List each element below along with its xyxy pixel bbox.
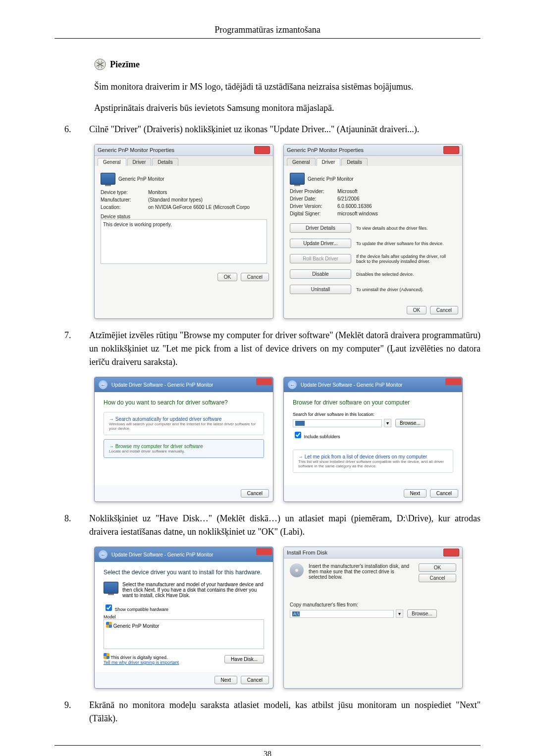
tab-general[interactable]: General [287,158,316,166]
cancel-button[interactable]: Cancel [241,489,269,498]
option-sub: Locate and install driver software manua… [109,449,259,454]
driver-details-desc: To view details about the driver files. [356,226,456,231]
next-button[interactable]: Next [404,489,427,498]
driver-date-label: Driver Date: [290,196,334,202]
wizard-title: Update Driver Software - Generic PnP Mon… [111,382,213,388]
copy-path-input[interactable]: A:\ [290,610,394,618]
option-pick-from-list[interactable]: → Let me pick from a list of device driv… [293,450,453,473]
tab-driver[interactable]: Driver [317,158,341,166]
driver-details-button[interactable]: Driver Details [290,223,351,233]
close-icon[interactable] [443,146,459,154]
close-icon[interactable] [256,548,272,555]
driver-version-value: 6.0.6000.16386 [337,203,372,209]
model-list[interactable]: Generic PnP Monitor [104,619,264,649]
have-disk-button[interactable]: Have Disk... [224,655,264,663]
step-9-text: Ekrānā no monitora modeļu saraksta atlas… [89,699,481,725]
wizard-title: Update Driver Software - Generic PnP Mon… [111,552,213,557]
disk-icon [290,563,304,577]
model-list-item[interactable]: Generic PnP Monitor [113,623,160,629]
close-icon[interactable] [443,549,459,556]
tab-details[interactable]: Details [341,158,368,166]
option-lead: → Search automatically for updated drive… [109,416,259,422]
monitor-icon [290,173,305,185]
path-dropdown[interactable]: ▾ [384,419,391,427]
option-search-auto[interactable]: → Search automatically for updated drive… [104,412,264,435]
page-number: 38 [54,750,481,756]
step-7-number: 7. [54,329,89,369]
cancel-button[interactable]: Cancel [241,273,269,281]
location-label: Location: [101,204,145,210]
option-sub: Windows will search your computer and th… [109,422,259,431]
close-icon[interactable] [445,378,461,385]
ok-button[interactable]: OK [419,563,456,572]
signing-info-link[interactable]: Tell me why driver signing is important [104,660,179,665]
option-browse-computer[interactable]: → Browse my computer for driver software… [104,439,264,458]
wizard-search-window: ← Update Driver Software - Generic PnP M… [94,377,273,502]
step-6-text: Cilnē "Driver" (Draiveris) noklikšķiniet… [89,123,481,136]
step-9-number: 9. [54,699,89,725]
device-heading: Generic PnP Monitor [118,176,164,182]
digital-signer-value: microsoft windows [337,211,378,216]
step-7-text: Atzīmējiet izvēles rūtiņu "Browse my com… [89,329,481,369]
device-status-box: This device is working properly. [101,219,267,264]
cancel-button[interactable]: Cancel [419,574,456,582]
note-paragraph-1: Šim monitora draiverim ir MS logo, tādēj… [94,80,481,94]
rollback-driver-desc: If the device fails after updating the d… [356,254,456,264]
note-paragraph-2: Apstiprinātais draiveris būs ievietots S… [94,101,481,115]
ok-button[interactable]: OK [407,306,427,314]
dialog-title: Install From Disk [287,550,443,555]
next-button[interactable]: Next [214,676,238,684]
uninstall-desc: To uninstall the driver (Advanced). [356,287,456,292]
back-icon[interactable]: ← [99,550,107,559]
update-driver-desc: To update the driver software for this d… [356,241,456,246]
note-icon [94,58,106,70]
driver-provider-value: Microsoft [337,189,358,194]
back-icon[interactable]: ← [288,380,297,389]
cancel-button[interactable]: Cancel [430,306,458,314]
step-8-text: Noklikšķiniet uz "Have Disk…" (Meklēt di… [89,512,481,539]
rollback-driver-button: Roll Back Driver [290,254,351,263]
path-input[interactable] [293,419,382,427]
close-icon[interactable] [254,146,270,154]
wizard-browse-window: ← Update Driver Software - Generic PnP M… [283,377,463,502]
tab-driver[interactable]: Driver [127,158,152,166]
driver-version-label: Driver Version: [290,203,334,209]
signed-label: This driver is digitally signed. [110,655,167,660]
device-type-label: Device type: [101,190,145,195]
browse-button[interactable]: Browse... [395,419,425,427]
device-status-label: Device status [101,214,267,219]
wizard-heading: Select the device driver you want to ins… [104,569,264,576]
step-6-number: 6. [54,123,89,136]
manufacturer-value: (Standard monitor types) [148,197,203,202]
monitor-icon [101,173,115,185]
browse-button[interactable]: Browse... [407,609,437,618]
show-compatible-checkbox[interactable] [106,605,112,611]
option-lead: → Browse my computer for driver software [109,444,259,449]
page-header: Programmatūras izmantošana [54,25,481,35]
uninstall-button[interactable]: Uninstall [290,285,351,294]
tab-details[interactable]: Details [152,158,178,166]
disable-button[interactable]: Disable [290,269,351,279]
tab-general[interactable]: General [98,158,126,166]
back-icon[interactable]: ← [99,380,107,389]
wizard-select-driver-window: ← Update Driver Software - Generic PnP M… [94,547,273,689]
update-driver-button[interactable]: Update Driver... [290,239,351,248]
wizard-heading: Browse for driver software on your compu… [293,399,453,406]
ok-button[interactable]: OK [217,273,237,281]
properties-driver-window: Generic PnP Monitor Properties General D… [283,144,463,319]
step-8-number: 8. [54,512,89,539]
properties-general-window: Generic PnP Monitor Properties General D… [94,144,273,319]
window-title: Generic PnP Monitor Properties [98,147,254,153]
copy-path-dropdown[interactable]: ▾ [396,609,403,618]
cancel-button[interactable]: Cancel [241,676,269,684]
note-label: Piezīme [110,59,140,70]
option-sub: This list will show installed driver sof… [298,459,448,468]
path-label: Search for driver software in this locat… [293,412,453,417]
cancel-button[interactable]: Cancel [430,489,458,498]
wizard-subtext: Select the manufacturer and model of you… [122,582,264,598]
header-rule [54,38,481,39]
include-subfolders-checkbox[interactable] [295,432,301,438]
install-from-disk-dialog: Install From Disk Insert the manufacture… [283,547,463,689]
close-icon[interactable] [256,378,272,385]
install-disk-message: Insert the manufacturer's installation d… [309,563,412,582]
